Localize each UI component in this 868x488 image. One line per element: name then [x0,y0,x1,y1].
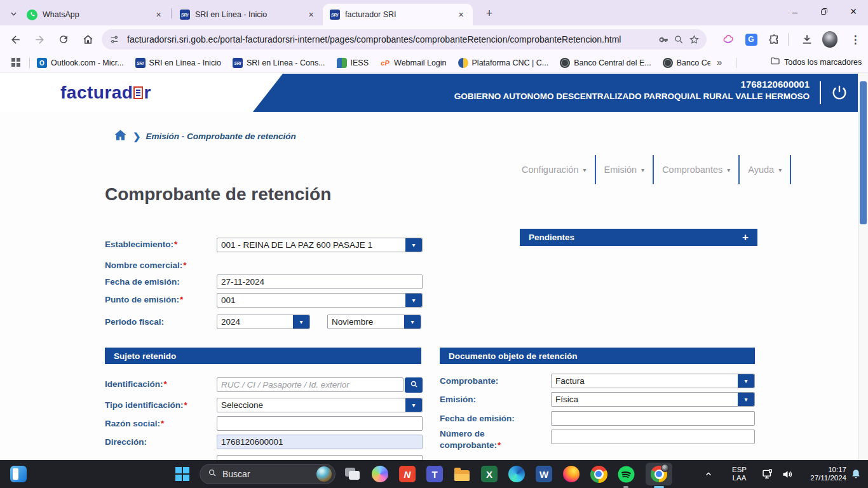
bookmark-banco-central-2[interactable]: Banco Central del E... [663,58,710,68]
spotify-icon[interactable] [616,464,635,484]
periodo-year-select[interactable]: 2024 ▾ [217,315,310,329]
tab-close-icon[interactable]: × [456,10,466,20]
establecimiento-value: 001 - REINA DE LA PAZ 600 PASAJE 1 [217,240,405,250]
establecimiento-select[interactable]: 001 - REINA DE LA PAZ 600 PASAJE 1 ▾ [217,238,423,252]
direccion-label: Dirección: [105,437,147,447]
extensions-puzzle-icon[interactable] [766,32,782,47]
profile-avatar[interactable] [822,32,837,47]
reload-icon[interactable] [56,32,71,47]
identificacion-input[interactable] [217,377,403,392]
bookmark-sri-inicio[interactable]: SRiSRI en Línea - Inicio [135,58,221,68]
dropdown-button[interactable]: ▾ [405,398,422,412]
notification-bell-icon[interactable] [850,460,862,488]
bookmark-outlook[interactable]: OOutlook.com - Micr... [37,58,124,68]
page-scrollbar[interactable] [858,72,868,460]
minimize-button[interactable]: – [780,0,810,23]
back-icon[interactable] [8,32,23,47]
apps-grid-icon[interactable] [11,58,20,67]
address-bar[interactable]: facturadorsri.sri.gob.ec/portal-facturad… [102,29,707,50]
chrome-icon[interactable] [589,464,608,484]
fecha-emision-input[interactable] [217,274,423,289]
close-button[interactable]: × [839,0,868,23]
punto-emision-select[interactable]: 001 ▾ [217,293,423,308]
spotify-running-indicator [623,486,628,488]
dropdown-button[interactable]: ▾ [405,238,422,252]
volume-icon[interactable] [781,460,794,488]
identificacion-search-button[interactable] [405,377,423,393]
file-explorer-icon[interactable] [452,464,471,484]
nitro-pdf-icon[interactable]: N [398,464,417,484]
breadcrumb-home-icon[interactable] [113,128,128,144]
expand-plus-icon[interactable]: + [742,231,749,244]
caret-down-icon: ▾ [744,396,747,403]
bookmark-sri-consultas[interactable]: SRiSRI en Línea - Cons... [233,58,325,68]
word-icon[interactable]: W [534,464,553,484]
copilot-icon[interactable] [370,464,390,484]
pendientes-panel-header[interactable]: Pendientes + [520,229,757,246]
chrome-active-icon[interactable] [646,463,672,485]
tab-close-icon[interactable]: × [153,10,164,20]
start-button[interactable] [173,464,192,484]
dropdown-button[interactable]: ▾ [404,315,421,329]
documento-retencion-section-header: Documento objeto de retención [440,348,755,364]
emision-select[interactable]: Física ▾ [551,392,755,407]
tipo-identificacion-select[interactable]: Seleccione ▾ [217,398,423,412]
menu-configuracion[interactable]: Configuración▾ [513,165,595,175]
direccion-input[interactable] [217,435,423,449]
bookmark-banco-central-1[interactable]: Banco Central del E... [560,58,651,68]
tab-close-icon[interactable]: × [306,10,316,20]
logout-power-icon[interactable] [829,82,850,104]
doc-fecha-emision-input[interactable] [551,411,755,426]
browser-menu-kebab-icon[interactable]: ⋮ [848,32,863,47]
scrollbar-thumb[interactable] [860,81,867,224]
extension-pink-icon[interactable] [721,32,736,47]
tab-title: WhatsApp [43,10,153,19]
edge-icon[interactable] [507,464,526,484]
dropdown-button[interactable]: ▾ [738,393,754,406]
teams-icon[interactable]: T [425,464,444,484]
downloads-icon[interactable] [799,32,815,47]
periodo-month-select[interactable]: Noviembre ▾ [327,315,421,329]
bookmark-iess[interactable]: IESS [337,58,369,68]
telefono-input-partial[interactable] [217,455,423,460]
tray-chevron-up-icon[interactable] [704,460,713,488]
network-icon[interactable] [761,460,775,488]
taskbar-search[interactable]: Buscar [200,464,336,484]
tab-sri-inicio[interactable]: SRi SRI en Línea - Inicio × [173,4,323,25]
razon-social-input[interactable] [217,416,423,431]
home-icon[interactable] [80,32,95,47]
bookmark-webmail[interactable]: cPWebmail Login [380,58,446,68]
firefox-icon[interactable] [562,464,581,484]
dropdown-button[interactable]: ▾ [405,294,422,307]
language-indicator[interactable]: ESPLAA [732,460,747,488]
comprobante-select[interactable]: Factura ▾ [551,374,755,388]
dropdown-button[interactable]: ▾ [738,374,754,388]
widgets-icon[interactable] [9,464,28,484]
site-info-icon[interactable] [107,32,122,47]
url-text[interactable]: facturadorsri.sri.gob.ec/portal-facturad… [127,34,656,44]
task-view-icon[interactable] [343,464,362,484]
excel-icon[interactable]: X [480,464,499,484]
weather-widget-icon[interactable] [316,466,332,482]
restore-button[interactable] [810,0,839,23]
translate-icon[interactable]: G [743,32,759,47]
tab-facturador-sri-active[interactable]: SRi facturador SRI × [323,4,473,25]
bookmarks-overflow-chevron-icon[interactable]: » [717,57,722,67]
forward-icon[interactable] [32,32,47,47]
clock[interactable]: 10:1727/11/2024 [806,460,846,488]
new-tab-button[interactable]: + [482,6,497,21]
razon-social-label: Razón social:* [105,419,164,428]
tab-search-chevron-icon[interactable] [6,6,20,20]
bookmark-cnc[interactable]: Plataforma CNC | C... [458,58,549,68]
zoom-icon[interactable] [671,32,686,47]
menu-comprobantes[interactable]: Comprobantes▾ [654,165,738,175]
menu-emision[interactable]: Emisión▾ [596,165,653,175]
all-bookmarks-button[interactable]: Todos los marcadores [770,56,862,68]
numero-comprobante-input[interactable] [551,430,755,444]
bookmark-star-icon[interactable] [686,32,702,47]
password-key-icon[interactable] [656,32,671,47]
tab-whatsapp[interactable]: WhatsApp × [20,4,170,25]
caret-down-icon: ▾ [778,166,782,173]
menu-ayuda[interactable]: Ayuda▾ [740,165,790,175]
dropdown-button[interactable]: ▾ [293,315,309,329]
